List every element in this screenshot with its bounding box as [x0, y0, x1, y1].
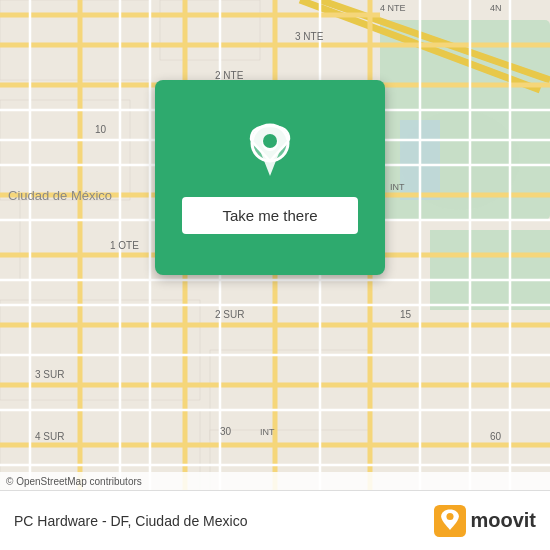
svg-text:60: 60 — [490, 431, 502, 442]
moovit-logo: moovit — [434, 505, 536, 537]
svg-text:4N: 4N — [490, 3, 502, 13]
svg-text:3 NTE: 3 NTE — [295, 31, 324, 42]
svg-text:1 OTE: 1 OTE — [110, 240, 139, 251]
svg-text:15: 15 — [400, 309, 412, 320]
location-pin-icon — [245, 121, 295, 181]
svg-text:30: 30 — [220, 426, 232, 437]
attribution-bar: © OpenStreetMap contributors — [0, 472, 550, 490]
attribution-text: © OpenStreetMap contributors — [6, 476, 142, 487]
svg-text:2 SUR: 2 SUR — [215, 309, 244, 320]
svg-rect-9 — [210, 350, 370, 440]
svg-rect-4 — [0, 0, 150, 80]
svg-text:10: 10 — [95, 124, 107, 135]
svg-rect-11 — [20, 200, 120, 280]
svg-point-64 — [447, 513, 454, 520]
svg-text:4 SUR: 4 SUR — [35, 431, 64, 442]
moovit-text: moovit — [470, 509, 536, 532]
take-me-there-button[interactable]: Take me there — [182, 197, 358, 234]
svg-text:4 NTE: 4 NTE — [380, 3, 406, 13]
svg-rect-6 — [0, 100, 130, 200]
moovit-logo-icon — [434, 505, 466, 537]
footer: PC Hardware - DF, Ciudad de Mexico moovi… — [0, 490, 550, 550]
svg-rect-5 — [160, 0, 260, 60]
svg-rect-1 — [430, 230, 550, 310]
location-card: Take me there — [155, 80, 385, 275]
map-container: 2 NTE 3 NTE 4 NTE 4N 10 INT 1 OTE 2 SUR … — [0, 0, 550, 490]
svg-text:INT: INT — [390, 182, 405, 192]
svg-text:INT: INT — [260, 427, 275, 437]
svg-text:3 SUR: 3 SUR — [35, 369, 64, 380]
svg-point-62 — [263, 134, 277, 148]
svg-text:Ciudad de México: Ciudad de México — [8, 188, 112, 203]
footer-title: PC Hardware - DF, Ciudad de Mexico — [14, 513, 247, 529]
